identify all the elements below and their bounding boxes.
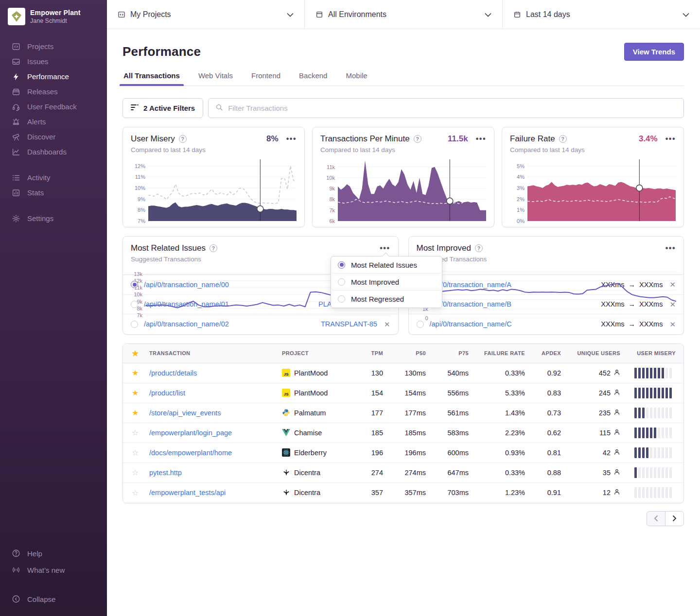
row-radio[interactable] xyxy=(417,321,424,328)
unique-users-cell: 235 xyxy=(569,409,620,417)
col-failure-rate[interactable]: FAILURE RATE xyxy=(472,350,529,356)
dismiss-icon[interactable]: ✕ xyxy=(384,321,390,328)
p75-cell: 561ms xyxy=(430,409,472,417)
failure-rate-cell: 0.93% xyxy=(472,449,529,457)
ellipsis-menu-icon[interactable]: ••• xyxy=(282,134,297,144)
active-filters-button[interactable]: 2 Active Filters xyxy=(122,98,203,118)
ellipsis-menu-icon[interactable]: ••• xyxy=(662,243,676,253)
row-radio[interactable] xyxy=(131,321,138,328)
sidebar-item-help[interactable]: Help xyxy=(0,545,107,562)
dismiss-icon[interactable]: ✕ xyxy=(669,321,676,328)
transaction-link[interactable]: /docs/empowerplant/home xyxy=(149,449,232,457)
sidebar-item-user-feedback[interactable]: User Feedback xyxy=(0,99,107,114)
daterange-selector[interactable]: Last 14 days xyxy=(502,0,700,29)
menu-item-most-related-issues[interactable]: Most Related Issues xyxy=(331,257,442,274)
sidebar-item-projects[interactable]: Projects xyxy=(0,39,107,54)
transaction-link[interactable]: /product/details xyxy=(149,369,197,377)
star-toggle[interactable]: ☆ xyxy=(132,428,139,437)
dashboard-icon xyxy=(12,148,20,156)
environment-selector[interactable]: All Environments xyxy=(304,0,502,29)
sidebar-item-releases[interactable]: Releases xyxy=(0,84,107,99)
sidebar-footer: HelpWhat’s new Collapse xyxy=(0,545,107,616)
col-project[interactable]: PROJECT xyxy=(278,350,355,356)
project-cell[interactable]: Dicentra xyxy=(282,468,351,477)
transaction-link[interactable]: pytest.http xyxy=(149,469,182,477)
row-radio[interactable] xyxy=(131,301,138,308)
chevron-down-icon xyxy=(287,10,294,19)
transaction-link[interactable]: /api/0/transaction_name/C xyxy=(430,320,512,328)
user-icon xyxy=(613,409,620,417)
sidebar-item-issues[interactable]: Issues xyxy=(0,54,107,69)
transaction-link[interactable]: /empowerplant_tests/api xyxy=(149,489,226,496)
col-user-misery[interactable]: USER MISERY xyxy=(624,350,683,356)
table-row: ☆/empowerplant_tests/apiDicentra357357ms… xyxy=(123,483,683,503)
card-title: Failure Rate xyxy=(510,134,555,144)
issue-link[interactable]: TRANSPLANT-85 xyxy=(321,320,377,328)
star-toggle[interactable]: ★ xyxy=(132,409,139,417)
sidebar-item-alerts[interactable]: Alerts xyxy=(0,114,107,129)
app-root: Empower Plant Jane Schmidt ProjectsIssue… xyxy=(0,0,700,616)
ellipsis-menu-icon[interactable]: ••• xyxy=(662,134,676,144)
svg-text:JS: JS xyxy=(284,392,289,396)
search-input[interactable] xyxy=(228,104,677,112)
window-icon xyxy=(315,11,323,18)
apdex-cell: 0.91 xyxy=(529,489,565,496)
transaction-link[interactable]: /product/list xyxy=(149,389,185,397)
gear-icon xyxy=(12,214,20,223)
view-trends-button[interactable]: View Trends xyxy=(624,43,684,61)
star-toggle[interactable]: ☆ xyxy=(132,448,139,457)
col-unique-users[interactable]: UNIQUE USERS xyxy=(565,350,624,356)
tab-web-vitals[interactable]: Web Vitals xyxy=(197,71,234,86)
sidebar-item-dashboards[interactable]: Dashboards xyxy=(0,144,107,159)
org-switcher[interactable]: Empower Plant Jane Schmidt xyxy=(0,0,107,32)
ellipsis-menu-icon[interactable]: ••• xyxy=(376,243,390,253)
star-toggle[interactable]: ☆ xyxy=(132,489,139,497)
help-icon[interactable]: ? xyxy=(414,135,421,143)
help-icon[interactable]: ? xyxy=(559,135,567,143)
y-axis: 5%4%3%2%1%0% xyxy=(510,159,527,221)
project-cell[interactable]: Elderberry xyxy=(282,448,351,457)
project-cell[interactable]: Chamise xyxy=(282,428,351,437)
col-apdex[interactable]: APDEX xyxy=(529,350,565,356)
transaction-link[interactable]: /api/0/transaction_name/02 xyxy=(144,320,229,328)
transaction-link[interactable]: /empowerplant/login_page xyxy=(149,429,232,437)
col-transaction[interactable]: TRANSACTION xyxy=(145,350,278,356)
col-tpm[interactable]: TPM xyxy=(355,350,387,356)
collapse-icon xyxy=(12,595,20,603)
ellipsis-menu-icon[interactable]: ••• xyxy=(472,134,486,144)
tab-all-transactions[interactable]: All Transactions xyxy=(122,71,181,86)
tab-backend[interactable]: Backend xyxy=(298,71,328,86)
transaction-link[interactable]: /store/api_view_events xyxy=(149,409,221,417)
previous-page-button[interactable] xyxy=(647,511,665,526)
project-cell[interactable]: Palmatum xyxy=(282,409,351,417)
sidebar-item-settings[interactable]: Settings xyxy=(0,211,107,226)
star-toggle[interactable]: ★ xyxy=(132,369,139,377)
sidebar-item-performance[interactable]: Performance xyxy=(0,69,107,84)
sidebar-item-what-s-new[interactable]: What’s new xyxy=(0,562,107,578)
col-p75[interactable]: P75 xyxy=(430,350,472,356)
pagination xyxy=(122,511,684,538)
help-icon[interactable]: ? xyxy=(210,244,217,252)
sidebar-item-discover[interactable]: Discover xyxy=(0,129,107,144)
sidebar-item-stats[interactable]: Stats xyxy=(0,185,107,200)
sidebar-item-activity[interactable]: Activity xyxy=(0,170,107,185)
project-cell[interactable]: JSPlantMood xyxy=(282,389,351,397)
project-cell[interactable]: Dicentra xyxy=(282,489,351,497)
menu-item-most-regressed[interactable]: Most Regressed xyxy=(331,291,442,308)
radio-icon xyxy=(338,261,345,269)
star-toggle[interactable]: ★ xyxy=(132,389,139,397)
project-selector[interactable]: My Projects xyxy=(107,0,304,29)
star-toggle[interactable]: ☆ xyxy=(132,468,139,477)
col-p50[interactable]: P50 xyxy=(387,350,430,356)
help-icon[interactable]: ? xyxy=(179,135,187,143)
sidebar-item-collapse[interactable]: Collapse xyxy=(0,591,107,607)
project-cell[interactable]: JSPlantMood xyxy=(282,369,351,377)
apdex-cell: 0.81 xyxy=(529,449,565,457)
tab-mobile[interactable]: Mobile xyxy=(345,71,368,86)
next-page-button[interactable] xyxy=(665,511,684,526)
help-icon[interactable]: ? xyxy=(475,244,483,252)
tab-frontend[interactable]: Frontend xyxy=(250,71,281,86)
releases-icon xyxy=(12,87,20,96)
menu-item-most-improved[interactable]: Most Improved xyxy=(331,274,442,291)
tpm-cell: 274 xyxy=(355,469,387,477)
